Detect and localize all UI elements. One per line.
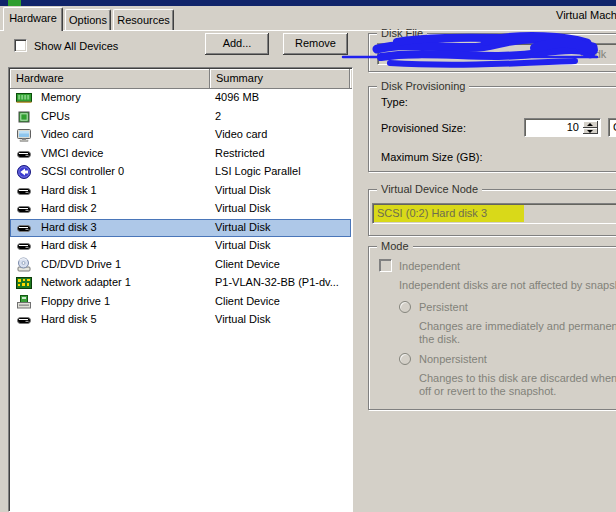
device-label: VMCI device [41, 147, 103, 159]
persistent-description-line2: the disk. [419, 333, 460, 345]
device-node-value: SCSI (0:2) Hard disk 3 [377, 207, 487, 219]
device-row-scsi-controller-0[interactable]: SCSI controller 0LSI Logic Parallel [10, 163, 351, 182]
disk-provisioning-group-label: Disk Provisioning [377, 80, 469, 92]
device-summary: Video card [215, 128, 267, 140]
tab-options[interactable]: Options [65, 9, 111, 30]
video-card-icon [16, 127, 32, 143]
device-row-hard-disk-5[interactable]: Hard disk 5Virtual Disk [10, 311, 351, 330]
virtual-device-node-group: Virtual Device Node SCSI (0:2) Hard disk… [368, 189, 616, 236]
device-summary: Virtual Disk [215, 313, 270, 325]
hard-disk-icon [16, 183, 32, 199]
device-label: CPUs [41, 110, 70, 122]
hard-disk-icon [16, 201, 32, 217]
device-row-network-adapter-1[interactable]: Network adapter 1P1-VLAN-32-BB (P1-dv... [10, 274, 351, 293]
vm-version-text: Virtual Mach [556, 9, 616, 21]
nonpersistent-radio [399, 353, 411, 365]
show-all-devices-label: Show All Devices [34, 40, 118, 52]
device-summary: Client Device [215, 258, 280, 270]
hard-disk-icon [16, 312, 32, 328]
nonpersistent-description-line1: Changes to this disk are discarded when … [419, 372, 616, 384]
persistent-radio [399, 301, 411, 313]
device-label: Hard disk 1 [41, 184, 97, 196]
device-row-hard-disk-3[interactable]: Hard disk 3Virtual Disk [10, 219, 351, 238]
scsi-controller-icon [16, 164, 32, 180]
device-label: CD/DVD Drive 1 [41, 258, 121, 270]
hard-disk-icon [16, 238, 32, 254]
device-row-video-card[interactable]: Video cardVideo card [10, 126, 351, 145]
device-label: Hard disk 5 [41, 313, 97, 325]
device-summary: Virtual Disk [215, 184, 270, 196]
cpu-icon [16, 109, 32, 125]
size-unit-dropdown[interactable]: GB [608, 118, 616, 137]
cd-dvd-icon [16, 257, 32, 273]
redaction-scribble [335, 28, 616, 74]
size-spinner [583, 121, 598, 134]
vm-window-icon [8, 0, 21, 6]
column-header-hardware[interactable]: Hardware [10, 69, 210, 89]
device-row-cd-dvd-drive-1[interactable]: CD/DVD Drive 1Client Device [10, 256, 351, 275]
tab-hardware[interactable]: Hardware [3, 7, 63, 31]
device-summary: LSI Logic Parallel [215, 165, 301, 177]
independent-checkbox [379, 259, 392, 272]
type-label: Type: [381, 96, 408, 108]
device-summary: 4096 MB [215, 91, 259, 103]
persistent-description-line1: Changes are immediately and permanently … [419, 320, 616, 332]
device-label: SCSI controller 0 [41, 165, 124, 177]
nonpersistent-description-line2: off or revert to the snapshot. [419, 385, 556, 397]
virtual-device-node-group-label: Virtual Device Node [377, 183, 482, 195]
show-all-devices-checkbox[interactable] [14, 39, 27, 52]
persistent-label: Persistent [419, 301, 468, 313]
provisioned-size-label: Provisioned Size: [381, 122, 466, 134]
device-summary: Restricted [215, 147, 265, 159]
provisioned-size-value: 10 [567, 121, 579, 133]
floppy-drive-icon [16, 294, 32, 310]
provisioned-size-input[interactable]: 10 [524, 118, 601, 137]
device-label: Hard disk 3 [41, 221, 97, 233]
device-row-memory[interactable]: Memory4096 MB [10, 89, 351, 108]
window-titlebar [0, 0, 616, 6]
memory-icon [16, 90, 32, 106]
device-row-hard-disk-4[interactable]: Hard disk 4Virtual Disk [10, 237, 351, 256]
hardware-device-list[interactable]: Hardware Summary Memory4096 MBCPUs2Video… [8, 67, 353, 512]
device-label: Hard disk 2 [41, 202, 97, 214]
mode-group: Mode Independent Independent disks are n… [368, 246, 616, 410]
vm-properties-dialog: Virtual Mach Hardware Options Resources … [0, 0, 616, 512]
device-label: Video card [41, 128, 93, 140]
device-row-floppy-drive-1[interactable]: Floppy drive 1Client Device [10, 293, 351, 312]
add-button[interactable]: Add... [205, 33, 269, 55]
device-summary: Virtual Disk [215, 221, 270, 233]
maximum-size-label: Maximum Size (GB): [381, 151, 482, 163]
device-row-hard-disk-2[interactable]: Hard disk 2Virtual Disk [10, 200, 351, 219]
device-summary: 2 [215, 110, 221, 122]
device-summary: Client Device [215, 295, 280, 307]
independent-label: Independent [399, 260, 460, 272]
device-row-hard-disk-1[interactable]: Hard disk 1Virtual Disk [10, 182, 351, 201]
list-header: Hardware Summary [10, 69, 353, 89]
spin-down-button[interactable] [583, 128, 598, 135]
device-row-vmci-device[interactable]: VMCI deviceRestricted [10, 145, 351, 164]
disk-provisioning-group: Disk Provisioning Type: Provisioned Size… [368, 86, 616, 172]
hard-disk-icon [16, 220, 32, 236]
device-summary: Virtual Disk [215, 202, 270, 214]
column-header-summary[interactable]: Summary [210, 69, 350, 89]
device-label: Hard disk 4 [41, 239, 97, 251]
device-rows: Memory4096 MBCPUs2Video cardVideo cardVM… [10, 89, 351, 511]
mode-group-label: Mode [377, 240, 413, 252]
device-summary: P1-VLAN-32-BB (P1-dv... [215, 276, 339, 288]
tab-resources[interactable]: Resources [113, 9, 174, 30]
device-summary: Virtual Disk [215, 239, 270, 251]
nonpersistent-label: Nonpersistent [419, 353, 487, 365]
device-label: Memory [41, 91, 81, 103]
vmci-device-icon [16, 146, 32, 162]
device-node-combobox: SCSI (0:2) Hard disk 3 [372, 203, 616, 224]
network-adapter-icon [16, 275, 32, 291]
device-label: Floppy drive 1 [41, 295, 110, 307]
independent-description: Independent disks are not affected by sn… [399, 279, 616, 291]
device-row-cpus[interactable]: CPUs2 [10, 108, 351, 127]
device-label: Network adapter 1 [41, 276, 131, 288]
